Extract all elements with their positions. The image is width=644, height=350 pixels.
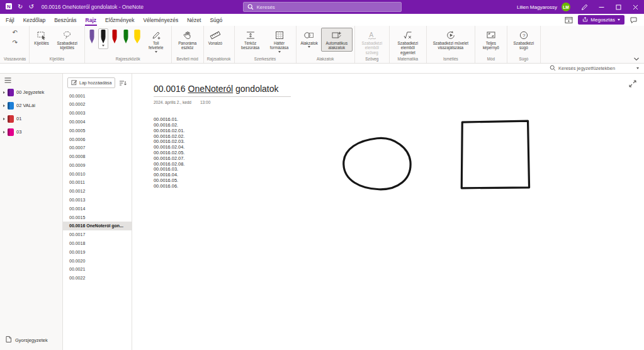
notebook-item[interactable]: 00 Jegyzetek: [0, 86, 62, 99]
page-canvas[interactable]: 00.0016 OneNoteról gondolatok 2024. ápri…: [132, 74, 644, 350]
search-icon: [247, 1, 254, 13]
menu-tab[interactable]: Véleményezés: [138, 14, 183, 26]
page-list-item[interactable]: 00.0009: [63, 161, 132, 170]
page-list-item[interactable]: 00.0015: [63, 213, 132, 222]
menu-tab[interactable]: Előzmények: [101, 14, 138, 26]
format-background-button[interactable]: Háttér formázása: [265, 28, 294, 54]
ribbon-group-pens: Toll felvétele Rajzeszközök: [85, 26, 172, 63]
menu-tab[interactable]: Súgó: [205, 14, 227, 26]
pen-gallery: [87, 28, 142, 49]
ribbon-group-label: Alakzatok: [298, 56, 353, 63]
menu-tabs: Fájl Kezdőlap Beszúrás Rajz Előzmények V…: [1, 14, 227, 26]
pen-icon: [132, 29, 142, 45]
add-page-button[interactable]: Lap hozzáadása: [67, 77, 115, 88]
sync-icon[interactable]: ↻: [17, 3, 23, 11]
page-list-item[interactable]: 00.0013: [63, 196, 132, 205]
ribbon-display-icon[interactable]: [564, 16, 573, 25]
page-list-item[interactable]: 00.0020: [63, 256, 132, 265]
add-pen-icon: [151, 30, 161, 40]
ink-help-button[interactable]: ? Szabadkézi súgó: [509, 28, 538, 52]
page-list-item[interactable]: 00.0022: [63, 274, 132, 283]
undo-button[interactable]: ↶: [11, 29, 18, 37]
page-list-item[interactable]: 00.0010: [63, 169, 132, 178]
feedback-icon[interactable]: [629, 16, 638, 25]
panorama-tool-button[interactable]: Panoráma eszköz: [174, 28, 201, 52]
undo-icon[interactable]: ↺: [28, 3, 34, 11]
fullscreen-button[interactable]: Teljes képernyő: [477, 28, 505, 52]
redo-button[interactable]: ↷: [11, 39, 18, 47]
add-pen-button[interactable]: Toll felvétele: [143, 28, 169, 54]
page-list-item[interactable]: 00.0007: [63, 144, 132, 152]
ink-stroke-rectangle[interactable]: [461, 121, 529, 188]
chevron-right-icon[interactable]: [3, 131, 5, 133]
ink-pen-icon[interactable]: [576, 0, 593, 14]
notebook-search-box[interactable]: Keresés jegyzetfüzetekben: [550, 65, 639, 72]
menu-tab[interactable]: Kezdőlap: [19, 14, 50, 26]
notebook-item[interactable]: 01: [0, 112, 62, 125]
ink-replay-button[interactable]: Szabadkézi művelet visszajátszása: [429, 28, 473, 52]
auto-shapes-icon: [331, 30, 342, 40]
pen-tool[interactable]: [98, 28, 108, 49]
pen-tool[interactable]: [121, 28, 131, 49]
ink-stroke-circle[interactable]: [344, 138, 410, 189]
page-list-item[interactable]: 00.0001: [63, 91, 132, 100]
page-title-block[interactable]: 00.0016 OneNoteról gondolatok: [154, 84, 291, 97]
auto-shapes-button[interactable]: Automatikus alakzatok: [321, 28, 353, 52]
shapes-button[interactable]: Alakzatok: [298, 28, 320, 49]
ribbon-group-text: A Szabadkézi elemből szöveg Szöveg: [355, 26, 390, 63]
page-list-item[interactable]: 00.0006: [63, 135, 132, 144]
ink-to-text-label: Szabadkézi elemből szöveg: [359, 41, 385, 55]
page-list-item[interactable]: 00.0002: [63, 100, 132, 109]
chevron-right-icon[interactable]: [3, 104, 5, 107]
menu-tab[interactable]: Beszúrás: [50, 14, 81, 26]
menu-tab[interactable]: Nézet: [183, 14, 205, 26]
page-title[interactable]: 00.0016 OneNoteról gondolatok: [154, 84, 291, 94]
page-list-item[interactable]: 00.0011: [63, 178, 132, 187]
collapse-ribbon-icon[interactable]: [633, 57, 640, 62]
ink-to-math-icon: [403, 30, 413, 40]
ribbon-group-label: Mód: [477, 56, 505, 63]
page-list-item[interactable]: 00.0004: [63, 118, 132, 127]
chevron-right-icon[interactable]: [3, 118, 5, 120]
menu-tab[interactable]: Fájl: [1, 14, 19, 26]
pen-tool[interactable]: [132, 28, 142, 49]
close-button[interactable]: [627, 0, 644, 14]
avatar[interactable]: LM: [562, 3, 570, 11]
global-search-box[interactable]: [243, 2, 402, 12]
page-list-item[interactable]: 00.0003: [63, 109, 132, 118]
quick-notes-icon: [5, 336, 12, 344]
quick-notes-item[interactable]: Gyorsjegyzetek: [0, 330, 62, 350]
page-list-item[interactable]: 00.0005: [63, 126, 132, 135]
page-list-item[interactable]: 00.0016 OneNoteról gon...: [63, 222, 132, 230]
format-background-icon: [274, 30, 285, 40]
menu-tab[interactable]: Rajz: [81, 14, 101, 26]
ink-to-math-button[interactable]: Szabadkézi elemből egyenlet: [392, 28, 424, 56]
content-line[interactable]: 00.0016.06.: [154, 184, 184, 189]
ruler-button[interactable]: Vonalzó: [206, 28, 225, 47]
notebook-item[interactable]: 02 VALái: [0, 99, 62, 112]
hamburger-icon[interactable]: [0, 74, 11, 86]
chevron-right-icon[interactable]: [3, 91, 5, 94]
page-list-item[interactable]: 00.0012: [63, 187, 132, 196]
minimize-button[interactable]: [593, 0, 610, 14]
menubar-right: Megosztás: [564, 15, 643, 25]
page-list-item[interactable]: 00.0021: [63, 265, 132, 274]
page-list-item[interactable]: 00.0014: [63, 204, 132, 213]
search-input[interactable]: [257, 4, 397, 10]
page-list-item[interactable]: 00.0017: [63, 230, 132, 239]
select-icon: [37, 30, 47, 40]
select-button[interactable]: Kijelölés: [31, 28, 51, 47]
page-list-item[interactable]: 00.0008: [63, 152, 132, 161]
sort-pages-icon[interactable]: [118, 79, 127, 87]
share-button[interactable]: Megosztás: [578, 15, 624, 25]
pen-tool[interactable]: [87, 28, 97, 49]
insert-space-button[interactable]: Térköz beszúrása: [237, 28, 264, 52]
maximize-button[interactable]: [610, 0, 627, 14]
lasso-select-button[interactable]: Szabadkézi kijelölés: [52, 28, 82, 52]
page-list-item[interactable]: 00.0019: [63, 247, 132, 256]
expand-page-icon[interactable]: [628, 79, 637, 88]
pen-tool[interactable]: [110, 28, 120, 49]
notebook-item[interactable]: 03: [0, 125, 62, 138]
page-list-item[interactable]: 00.0018: [63, 239, 132, 248]
svg-text:N: N: [7, 4, 11, 9]
